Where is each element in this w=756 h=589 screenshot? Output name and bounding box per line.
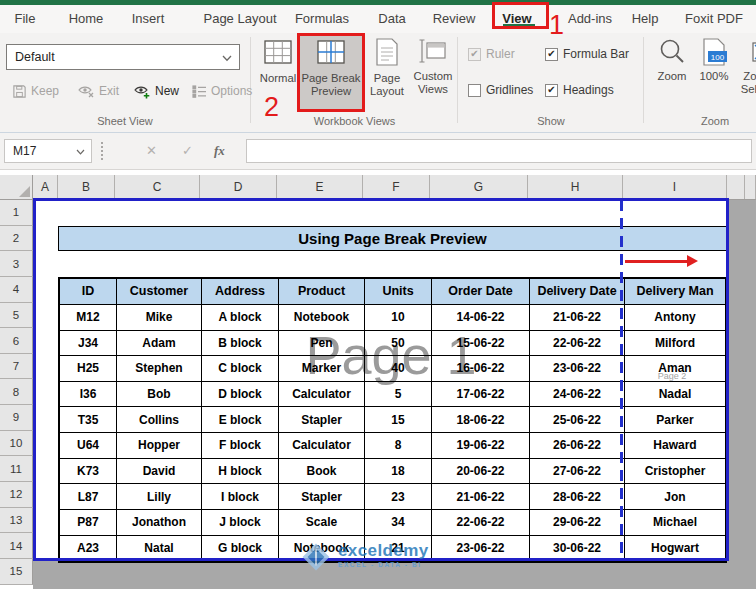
row-header-7[interactable]: 7: [0, 354, 33, 380]
sheet-view-dropdown[interactable]: Default: [6, 44, 240, 70]
table-cell[interactable]: 8: [365, 433, 432, 459]
table-cell[interactable]: M12: [60, 305, 117, 331]
row-header-9[interactable]: 9: [0, 405, 33, 431]
normal-view-button[interactable]: Normal: [256, 37, 300, 85]
keep-button[interactable]: Keep: [12, 80, 59, 102]
table-cell[interactable]: H25: [60, 356, 117, 382]
table-cell[interactable]: 22-06-22: [432, 510, 530, 536]
table-cell[interactable]: J block: [202, 510, 279, 536]
table-cell[interactable]: 24-06-22: [530, 382, 625, 408]
table-cell[interactable]: Collins: [117, 407, 202, 433]
table-cell[interactable]: 34: [365, 510, 432, 536]
row-header-13[interactable]: 13: [0, 508, 33, 534]
table-cell[interactable]: H block: [202, 459, 279, 485]
table-cell[interactable]: 20-06-22: [432, 459, 530, 485]
table-header-cell[interactable]: ID: [60, 279, 117, 305]
name-box[interactable]: M17: [4, 139, 92, 163]
page-layout-view-button[interactable]: PageLayout: [366, 37, 408, 98]
enter-icon[interactable]: ✓: [182, 143, 193, 159]
row-header-1[interactable]: 1: [0, 200, 33, 226]
table-cell[interactable]: C block: [202, 356, 279, 382]
table-cell[interactable]: G block: [202, 536, 279, 562]
insert-function-icon[interactable]: fx: [214, 143, 225, 159]
table-cell[interactable]: 14-06-22: [432, 305, 530, 331]
table-cell[interactable]: F block: [202, 433, 279, 459]
row-header-5[interactable]: 5: [0, 303, 33, 329]
column-header[interactable]: [727, 175, 745, 199]
column-header-F[interactable]: F: [363, 175, 430, 199]
table-cell[interactable]: Natal: [117, 536, 202, 562]
tab-page-layout[interactable]: Page Layout: [203, 5, 276, 33]
sheet-title-cell[interactable]: Using Page Break Preview: [58, 226, 727, 252]
zoom-to-selection-button[interactable]: Zoom toSelection: [738, 37, 756, 96]
row-header-15[interactable]: 15: [0, 559, 33, 585]
table-cell[interactable]: Bob: [117, 382, 202, 408]
row-header-8[interactable]: 8: [0, 379, 33, 405]
table-cell[interactable]: L87: [60, 484, 117, 510]
table-cell[interactable]: T35: [60, 407, 117, 433]
formula-bar-checkbox[interactable]: Formula Bar: [545, 47, 629, 61]
gridlines-checkbox[interactable]: Gridlines: [468, 83, 533, 97]
tab-foxit-pdf[interactable]: Foxit PDF: [685, 5, 743, 33]
table-cell[interactable]: A block: [202, 305, 279, 331]
table-cell[interactable]: P87: [60, 510, 117, 536]
table-cell[interactable]: Mike: [117, 305, 202, 331]
table-cell[interactable]: I block: [202, 484, 279, 510]
table-header-cell[interactable]: Delivery Date: [530, 279, 625, 305]
table-cell[interactable]: K73: [60, 459, 117, 485]
row-header-4[interactable]: 4: [0, 277, 33, 303]
table-cell[interactable]: Adam: [117, 331, 202, 357]
table-cell[interactable]: Notebook: [279, 305, 365, 331]
table-cell[interactable]: D block: [202, 382, 279, 408]
tab-home[interactable]: Home: [69, 5, 104, 33]
table-cell[interactable]: Antony: [625, 305, 725, 331]
zoom-100-button[interactable]: 100 100%: [696, 37, 732, 83]
column-header-H[interactable]: H: [528, 175, 623, 199]
table-cell[interactable]: A23: [60, 536, 117, 562]
table-cell[interactable]: Haward: [625, 433, 725, 459]
table-cell[interactable]: David: [117, 459, 202, 485]
table-cell[interactable]: 10: [365, 305, 432, 331]
column-header[interactable]: [745, 175, 756, 199]
table-cell[interactable]: 40: [365, 356, 432, 382]
table-cell[interactable]: Parker: [625, 407, 725, 433]
column-header-A[interactable]: A: [33, 175, 58, 199]
table-cell[interactable]: Pen: [279, 331, 365, 357]
table-header-cell[interactable]: Product: [279, 279, 365, 305]
tab-data[interactable]: Data: [378, 5, 405, 33]
tab-file[interactable]: File: [15, 5, 36, 33]
ruler-checkbox[interactable]: Ruler: [468, 47, 515, 61]
table-cell[interactable]: 19-06-22: [432, 433, 530, 459]
table-cell[interactable]: Calculator: [279, 382, 365, 408]
table-cell[interactable]: Jon: [625, 484, 725, 510]
tab-review[interactable]: Review: [433, 5, 476, 33]
table-cell[interactable]: Stephen: [117, 356, 202, 382]
table-header-cell[interactable]: Order Date: [432, 279, 530, 305]
table-cell[interactable]: 23-06-22: [432, 536, 530, 562]
table-cell[interactable]: Scale: [279, 510, 365, 536]
table-cell[interactable]: J34: [60, 331, 117, 357]
table-cell[interactable]: Hogwart: [625, 536, 725, 562]
table-cell[interactable]: 27-06-22: [530, 459, 625, 485]
table-cell[interactable]: 5: [365, 382, 432, 408]
tab-formulas[interactable]: Formulas: [295, 5, 349, 33]
column-header-I[interactable]: I: [623, 175, 727, 199]
table-cell[interactable]: 16-06-22: [432, 356, 530, 382]
table-cell[interactable]: Jonathon: [117, 510, 202, 536]
table-cell[interactable]: Cristopher: [625, 459, 725, 485]
table-header-cell[interactable]: Customer: [117, 279, 202, 305]
table-cell[interactable]: 22-06-22: [530, 331, 625, 357]
table-cell[interactable]: 23-06-22: [530, 356, 625, 382]
row-header-3[interactable]: 3: [0, 251, 33, 277]
table-cell[interactable]: Nadal: [625, 382, 725, 408]
tab-add-ins[interactable]: Add-ins: [568, 5, 612, 33]
table-cell[interactable]: 23: [365, 484, 432, 510]
table-header-cell[interactable]: Units: [365, 279, 432, 305]
tab-insert[interactable]: Insert: [132, 5, 165, 33]
table-cell[interactable]: Michael: [625, 510, 725, 536]
table-cell[interactable]: 25-06-22: [530, 407, 625, 433]
table-cell[interactable]: 18-06-22: [432, 407, 530, 433]
table-cell[interactable]: 15-06-22: [432, 331, 530, 357]
table-cell[interactable]: 28-06-22: [530, 484, 625, 510]
table-cell[interactable]: U64: [60, 433, 117, 459]
